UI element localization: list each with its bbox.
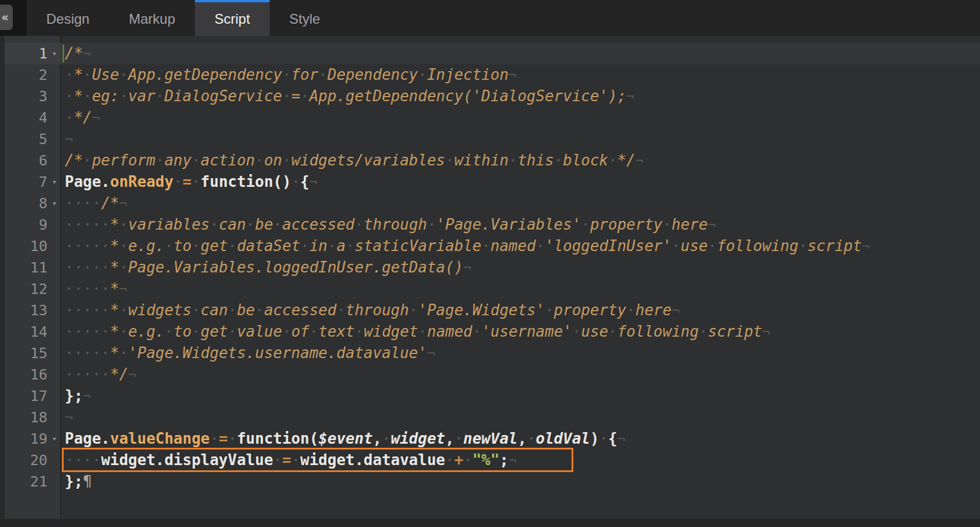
code-token: 'Page.Widgets' bbox=[418, 301, 545, 319]
whitespace-dots: · bbox=[526, 430, 536, 447]
code-line[interactable]: 4·*/¬ bbox=[0, 107, 980, 128]
panel-left-edge: « bbox=[0, 0, 27, 36]
code-token: $event bbox=[318, 430, 373, 447]
code-text[interactable]: ·*·eg:·var·DialogService·=·App.getDepend… bbox=[61, 86, 980, 107]
code-line[interactable]: 8▾····/*¬ bbox=[0, 193, 980, 214]
code-token: e.g. bbox=[128, 237, 165, 255]
code-line[interactable]: 12·····*¬ bbox=[0, 278, 980, 300]
code-token: = bbox=[183, 173, 192, 190]
tab-script[interactable]: Script bbox=[195, 0, 270, 36]
code-token: to bbox=[174, 323, 191, 340]
code-token: Use bbox=[92, 66, 119, 83]
code-token: DialogService bbox=[164, 87, 282, 105]
whitespace-dots: · bbox=[345, 237, 355, 255]
gutter-cell: 18 bbox=[5, 407, 61, 428]
code-line[interactable]: 1▾/*¬ bbox=[0, 43, 980, 64]
code-token: ; bbox=[499, 451, 509, 469]
code-text[interactable]: };¶ bbox=[61, 471, 980, 492]
fold-arrow-icon[interactable]: ▾ bbox=[49, 428, 60, 449]
code-line[interactable]: 20····widget.displayValue·=·widget.datav… bbox=[0, 449, 980, 471]
code-text[interactable]: ····/*¬ bbox=[61, 193, 980, 214]
code-text[interactable]: ····widget.displayValue·=·widget.dataval… bbox=[61, 449, 980, 471]
line-number: 9 bbox=[39, 214, 47, 235]
end-of-line-mark: ¬ bbox=[862, 239, 870, 254]
end-of-line-mark: ¬ bbox=[65, 410, 73, 425]
code-text[interactable]: ·····*·'Page.Widgets.username.datavalue'… bbox=[61, 342, 980, 364]
code-text[interactable]: };¬ bbox=[61, 385, 980, 407]
code-text[interactable]: ¬ bbox=[61, 407, 980, 428]
code-token: 'username' bbox=[481, 323, 572, 340]
whitespace-dots: · bbox=[672, 237, 681, 255]
code-text[interactable]: Page.valueChange·=·function($event,·widg… bbox=[61, 428, 980, 449]
code-text[interactable]: ·····*·e.g.·to·get·dataSet·in·a·staticVa… bbox=[61, 235, 980, 257]
code-token: * bbox=[74, 87, 83, 105]
code-token: accessed bbox=[282, 216, 355, 233]
code-line[interactable]: 7▾Page.onReady·=·function()·{¬ bbox=[0, 171, 980, 193]
whitespace-dots: · bbox=[273, 451, 282, 469]
code-text[interactable]: /*¬ bbox=[61, 43, 980, 64]
code-editor[interactable]: 1▾/*¬2·*·Use·App.getDependency·for·Depen… bbox=[0, 36, 980, 527]
code-text[interactable]: ·····*/¬ bbox=[61, 364, 980, 385]
code-line[interactable]: 3·*·eg:·var·DialogService·=·App.getDepen… bbox=[0, 86, 980, 107]
line-number: 12 bbox=[30, 278, 47, 300]
script-editor-window: « Design Markup Script Style 1▾/*¬2·*·Us… bbox=[0, 0, 980, 527]
code-token: 'Page.Widgets.username.datavalue' bbox=[128, 344, 428, 362]
code-line[interactable]: 6/*·perform·any·action·on·widgets/variab… bbox=[0, 150, 980, 171]
line-number: 20 bbox=[30, 449, 47, 471]
code-token: staticVariable bbox=[355, 237, 481, 255]
code-token: property bbox=[554, 301, 626, 319]
code-line[interactable]: 10·····*·e.g.·to·get·dataSet·in·a·static… bbox=[0, 235, 980, 257]
code-token: ) bbox=[590, 430, 599, 447]
code-lines[interactable]: 1▾/*¬2·*·Use·App.getDependency·for·Depen… bbox=[0, 36, 980, 492]
whitespace-dots: · bbox=[282, 87, 292, 105]
code-token: within bbox=[454, 152, 509, 169]
code-line[interactable]: 13·····*·widgets·can·be·accessed·through… bbox=[0, 300, 980, 321]
code-text[interactable]: /*·perform·any·action·on·widgets/variabl… bbox=[61, 150, 980, 171]
code-line[interactable]: 5¬ bbox=[0, 128, 980, 150]
fold-arrow-icon[interactable]: ▾ bbox=[49, 43, 60, 64]
line-number: 2 bbox=[39, 64, 47, 86]
tab-design[interactable]: Design bbox=[27, 0, 109, 36]
code-line[interactable]: 19▾Page.valueChange·=·function($event,·w… bbox=[0, 428, 980, 449]
code-text[interactable]: Page.onReady·=·function()·{¬ bbox=[61, 171, 980, 193]
tab-markup[interactable]: Markup bbox=[109, 0, 195, 36]
code-token: */ bbox=[110, 366, 128, 383]
tab-style[interactable]: Style bbox=[270, 0, 340, 36]
whitespace-dots: · bbox=[191, 152, 201, 169]
whitespace-dots: · bbox=[228, 323, 237, 340]
fold-arrow-icon[interactable]: ▾ bbox=[49, 193, 60, 214]
code-text[interactable]: ·····*·variables·can·be·accessed·through… bbox=[61, 214, 980, 235]
code-line[interactable]: 17};¬ bbox=[0, 385, 980, 407]
code-text[interactable]: ¬ bbox=[61, 128, 980, 150]
code-token: accessed bbox=[264, 301, 336, 319]
code-token: Page. bbox=[65, 430, 110, 447]
whitespace-dots: · bbox=[300, 87, 310, 105]
code-line[interactable]: 2·*·Use·App.getDependency·for·Dependency… bbox=[0, 64, 980, 86]
whitespace-dots: · bbox=[191, 237, 201, 255]
code-text[interactable]: ·*·Use·App.getDependency·for·Dependency·… bbox=[61, 64, 980, 86]
gutter-cell: 2 bbox=[5, 64, 61, 86]
collapse-panel-button[interactable]: « bbox=[0, 5, 13, 30]
end-of-line-mark: ¬ bbox=[509, 453, 517, 468]
code-text[interactable]: ·····*·widgets·can·be·accessed·through·'… bbox=[61, 300, 980, 321]
code-line[interactable]: 14·····*·e.g.·to·get·value·of·text·widge… bbox=[0, 321, 980, 342]
code-text[interactable]: ·····*·e.g.·to·get·value·of·text·widget·… bbox=[61, 321, 980, 342]
whitespace-dots: · bbox=[119, 87, 128, 105]
code-line[interactable]: 21};¶ bbox=[0, 471, 980, 492]
code-text[interactable]: ·*/¬ bbox=[61, 107, 980, 128]
end-of-line-mark: ¬ bbox=[509, 68, 517, 83]
fold-arrow-icon[interactable]: ▾ bbox=[49, 171, 60, 193]
code-line[interactable]: 9·····*·variables·can·be·accessed·throug… bbox=[0, 214, 980, 235]
code-line[interactable]: 11·····*·Page.Variables.loggedInUser.get… bbox=[0, 257, 980, 278]
whitespace-dots: ····· bbox=[65, 237, 110, 255]
gutter-cell: 19▾ bbox=[5, 428, 61, 449]
code-text[interactable]: ·····*¬ bbox=[61, 278, 980, 300]
code-line[interactable]: 16·····*/¬ bbox=[0, 364, 980, 385]
end-of-line-mark: ¬ bbox=[627, 89, 635, 104]
code-line[interactable]: 18¬ bbox=[0, 407, 980, 428]
code-token: + bbox=[454, 451, 463, 469]
whitespace-dots: · bbox=[581, 216, 590, 233]
whitespace-dots: · bbox=[164, 323, 174, 340]
code-line[interactable]: 15·····*·'Page.Widgets.username.datavalu… bbox=[0, 342, 980, 364]
code-text[interactable]: ·····*·Page.Variables.loggedInUser.getDa… bbox=[61, 257, 980, 278]
